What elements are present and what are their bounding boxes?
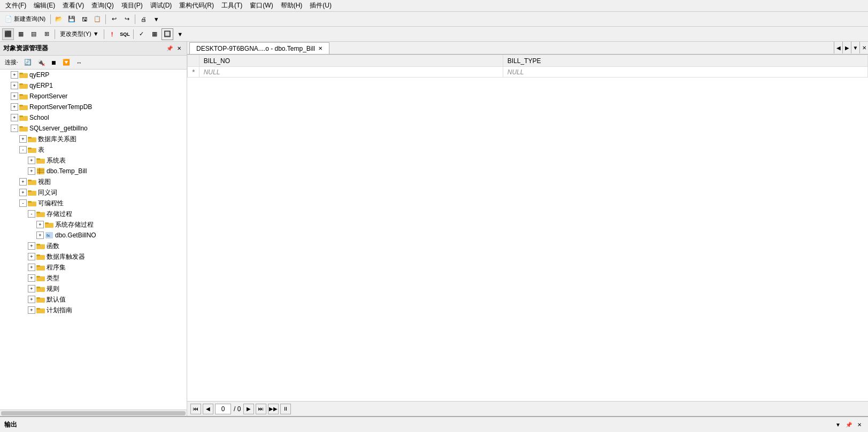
stop-icon[interactable]: ⏹ [48,57,59,68]
tree-item-ReportServerTempDB[interactable]: + ReportServerTempDB [0,102,187,112]
expand-qyERP[interactable]: + [11,71,18,79]
pag-stop-button[interactable]: ⏸ [280,404,291,414]
tree-item-SQLserver[interactable]: - SQLserver_getbillno [0,123,187,134]
expand-stored-procs[interactable]: - [28,210,35,218]
menu-query[interactable]: 查询(Q) [88,0,117,11]
tree-item-assemblies[interactable]: + 程序集 [0,262,187,273]
expand-defaults[interactable]: + [28,296,35,303]
filter-icon[interactable]: 🔽 [60,57,72,68]
tb2-btn5[interactable]: ▦ [149,28,160,40]
pag-first-button[interactable]: ⏮ [190,404,201,414]
expand-functions[interactable]: + [28,242,35,250]
tree-item-db-triggers[interactable]: + 数据库触发器 [0,251,187,262]
tree-item-functions[interactable]: + 函数 [0,241,187,251]
tree-item-sys-tables[interactable]: + 系统表 [0,155,187,166]
copy-button[interactable]: 📋 [91,13,103,25]
tab-close-button[interactable]: ✕ [318,45,322,51]
grid-cell-bill-type[interactable]: NULL [503,67,867,78]
tree-item-ReportServer[interactable]: + ReportServer [0,91,187,102]
tb2-dropdown[interactable]: ▼ [174,28,186,40]
tb2-btn2[interactable]: ▦ [15,28,27,40]
expand-SQLserver[interactable]: - [11,125,18,132]
save-button[interactable]: 💾 [66,13,78,25]
expand-dbo-temp-bill[interactable]: + [28,167,35,175]
dropdown-button[interactable]: ▼ [150,13,162,25]
menu-tools[interactable]: 工具(T) [218,0,245,11]
disconnect-icon[interactable]: 🔌 ✕ [35,57,47,68]
pag-prev-button[interactable]: ◀ [203,404,213,414]
open-button[interactable]: 📂 [53,13,65,25]
expand-tables[interactable]: - [19,146,27,153]
tree-item-db-diagram[interactable]: + 数据库关系图 [0,134,187,144]
tb2-sql[interactable]: SQL [119,28,131,40]
expand-sys-stored-procs[interactable]: + [36,221,44,228]
tb2-parse[interactable]: ✓ [136,28,148,40]
menu-file[interactable]: 文件(F) [2,0,29,11]
pag-current-page[interactable] [215,404,231,414]
menu-debug[interactable]: 调试(D) [147,0,175,11]
tab-dropdown-button[interactable]: ▼ [851,42,859,53]
tb2-btn1[interactable]: ⬛ [2,28,14,40]
sidebar-tree[interactable]: + qyERP + qyERP1 + ReportServer [0,70,187,410]
expand-db-diagram[interactable]: + [19,135,27,143]
grid-cell-bill-no[interactable]: NULL [199,67,503,78]
menu-edit[interactable]: 编辑(E) [30,0,58,11]
tree-item-stored-procs[interactable]: - 存储过程 [0,209,187,219]
tree-item-plan-guides[interactable]: + 计划指南 [0,305,187,315]
tab-prev-button[interactable]: ◀ [834,42,842,53]
tree-item-dbo-getbillno[interactable]: + fx dbo.GetBillNO [0,230,187,241]
menu-view[interactable]: 查看(V) [59,0,87,11]
menu-refactor[interactable]: 重构代码(R) [176,0,217,11]
tree-item-qyERP[interactable]: + qyERP [0,70,187,80]
back-button[interactable]: ↩ [108,13,120,25]
tb2-btn6[interactable]: 🔲 [162,28,173,40]
pag-next-button[interactable]: ▶ [243,404,254,414]
expand-synonyms[interactable]: + [19,189,27,196]
expand-qyERP1[interactable]: + [11,82,18,89]
expand-School[interactable]: + [11,114,18,121]
expand-db-triggers[interactable]: + [28,253,35,260]
pag-run-button[interactable]: ▶▶ [268,404,279,414]
tree-item-dbo-temp-bill[interactable]: + dbo.Temp_Bill [0,166,187,176]
tab-next-button[interactable]: ▶ [842,42,851,53]
main-tab[interactable]: DESKTOP-9T6BGNA....o - dbo.Temp_Bill ✕ [189,42,329,54]
expand-ReportServerTempDB[interactable]: + [11,103,18,111]
forward-button[interactable]: ↪ [121,13,133,25]
expand-ReportServer[interactable]: + [11,92,18,100]
expand-plan-guides[interactable]: + [28,306,35,314]
sidebar-close-icon[interactable]: ✕ [175,44,183,53]
output-pin-icon[interactable]: 📌 [844,420,853,429]
sync-icon[interactable]: ↔ [73,57,85,68]
change-type-button[interactable]: 更改类型(Y) ▼ [57,28,102,40]
expand-dbo-getbillno[interactable]: + [36,232,44,239]
output-dropdown-icon[interactable]: ▼ [834,420,842,429]
tb2-btn4[interactable]: ⊞ [41,28,52,40]
tree-item-types[interactable]: + 类型 [0,273,187,283]
tb2-excl[interactable]: ! [106,28,118,40]
tab-close-all-button[interactable]: ✕ [859,42,868,53]
refresh-icon[interactable]: 🔄 [22,57,34,68]
output-close-icon[interactable]: ✕ [855,420,864,429]
menu-window[interactable]: 窗口(W) [247,0,276,11]
tree-item-defaults[interactable]: + 默认值 [0,294,187,305]
new-query-button[interactable]: 📄新建查询(N) [2,13,48,25]
expand-assemblies[interactable]: + [28,264,35,271]
save-all-button[interactable]: 🖫 [79,13,90,25]
expand-views[interactable]: + [19,178,27,186]
tree-item-rules[interactable]: + 规则 [0,283,187,294]
connect-button[interactable]: 连接· [2,57,21,68]
tb2-btn3[interactable]: ▤ [28,28,40,40]
expand-rules[interactable]: + [28,285,35,292]
tree-item-views[interactable]: + 视图 [0,176,187,187]
grid-row-new[interactable]: * NULL NULL [188,67,868,78]
menu-plugin[interactable]: 插件(U) [306,0,335,11]
tree-item-programmability[interactable]: - 可编程性 [0,198,187,209]
sidebar-hscroll[interactable] [0,410,187,416]
expand-sys-tables[interactable]: + [28,157,35,164]
data-grid[interactable]: BILL_NO BILL_TYPE * NULL NULL [187,55,868,401]
pag-last-button[interactable]: ⏭ [256,404,266,414]
tree-item-tables[interactable]: - 表 [0,144,187,155]
menu-project[interactable]: 项目(P) [118,0,146,11]
tree-item-synonyms[interactable]: + 同义词 [0,187,187,198]
tree-item-qyERP1[interactable]: + qyERP1 [0,80,187,91]
